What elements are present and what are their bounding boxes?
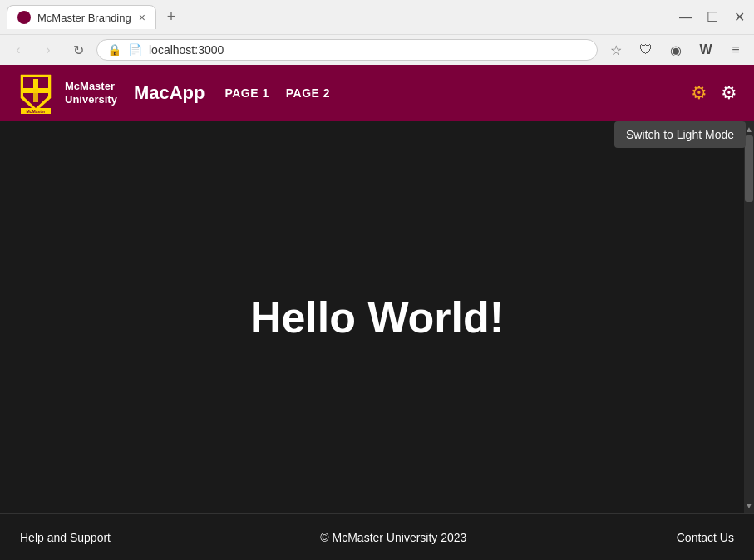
nav-page1[interactable]: PAGE 1 bbox=[224, 86, 269, 100]
tab-favicon bbox=[17, 11, 31, 24]
help-support-link[interactable]: Help and Support bbox=[20, 531, 111, 544]
copyright-text: © McMaster University 2023 bbox=[320, 531, 466, 544]
svg-text:McMaster: McMaster bbox=[26, 109, 45, 114]
maximize-button[interactable]: ☐ bbox=[704, 9, 721, 26]
account-icon[interactable]: ◉ bbox=[664, 38, 687, 61]
footer: Help and Support © McMaster University 2… bbox=[0, 513, 754, 560]
address-text: localhost:3000 bbox=[149, 43, 587, 56]
hero-heading: Hello World! bbox=[250, 292, 504, 342]
menu-icon[interactable]: ≡ bbox=[724, 38, 747, 61]
toolbar-actions: ☆ 🛡 ◉ W ≡ bbox=[604, 38, 747, 61]
close-button[interactable]: ✕ bbox=[731, 9, 747, 26]
bookmark-icon[interactable]: ☆ bbox=[604, 38, 628, 61]
nav-links: PAGE 1 PAGE 2 bbox=[224, 86, 330, 100]
navbar-actions: ⚙ ⚙ bbox=[691, 82, 737, 104]
back-button[interactable]: ‹ bbox=[7, 38, 30, 61]
gear-icon[interactable]: ⚙ bbox=[721, 82, 737, 104]
minimize-button[interactable]: — bbox=[678, 9, 694, 26]
address-bar[interactable]: 🔒 📄 localhost:3000 bbox=[96, 39, 598, 61]
scroll-down-arrow[interactable]: ▼ bbox=[743, 499, 754, 512]
navbar: McMaster McMaster University MacApp PAGE… bbox=[0, 65, 754, 121]
scrollbar-thumb[interactable] bbox=[745, 135, 753, 202]
security-icon: 🔒 bbox=[107, 43, 121, 56]
browser-tab[interactable]: McMaster Branding × bbox=[7, 5, 156, 29]
window-controls: — ☐ ✕ bbox=[678, 9, 747, 26]
browser-chrome: McMaster Branding × + — ☐ ✕ ‹ › ↻ 🔒 📄 lo… bbox=[0, 0, 754, 65]
svg-rect-3 bbox=[33, 79, 38, 89]
main-content: Hello World! ▲ ▼ bbox=[0, 121, 754, 513]
svg-rect-5 bbox=[38, 88, 48, 93]
new-tab-button[interactable]: + bbox=[160, 6, 183, 29]
contact-us-link[interactable]: Contact Us bbox=[677, 531, 734, 544]
tab-close-button[interactable]: × bbox=[139, 11, 145, 24]
svg-rect-4 bbox=[23, 88, 33, 93]
logo-area: McMaster McMaster University bbox=[17, 71, 117, 115]
nav-page2[interactable]: PAGE 2 bbox=[286, 86, 330, 100]
browser-titlebar: McMaster Branding × + — ☐ ✕ bbox=[0, 0, 754, 34]
app-title: MacApp bbox=[134, 82, 205, 104]
forward-button[interactable]: › bbox=[37, 38, 60, 61]
mcmaster-crest: McMaster bbox=[17, 71, 55, 115]
scrollbar[interactable]: ▲ ▼ bbox=[744, 121, 754, 513]
refresh-button[interactable]: ↻ bbox=[67, 38, 90, 61]
university-name: McMaster University bbox=[65, 80, 117, 106]
page-icon: 📄 bbox=[128, 43, 142, 56]
theme-toggle-tooltip: Switch to Light Mode bbox=[614, 121, 746, 148]
tab-bar: McMaster Branding × + bbox=[7, 5, 183, 29]
shield-icon: 🛡 bbox=[634, 38, 658, 61]
sun-icon[interactable]: ⚙ bbox=[691, 82, 707, 104]
browser-toolbar: ‹ › ↻ 🔒 📄 localhost:3000 ☆ 🛡 ◉ W ≡ bbox=[0, 34, 754, 65]
scrollbar-track[interactable] bbox=[744, 135, 754, 499]
tab-title: McMaster Branding bbox=[37, 12, 131, 24]
brand-icon: W bbox=[694, 38, 717, 61]
app-wrapper: McMaster McMaster University MacApp PAGE… bbox=[0, 65, 754, 560]
